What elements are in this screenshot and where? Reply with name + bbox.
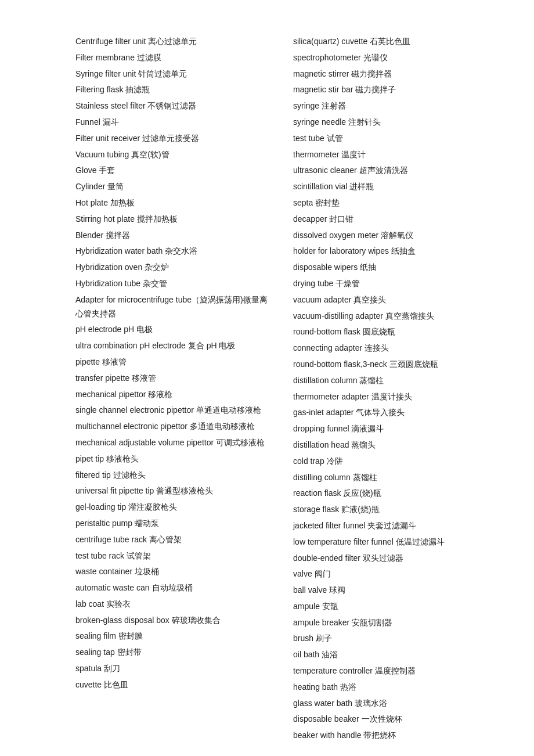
list-item: mechanical adjustable volume pipettor 可调…	[75, 436, 270, 450]
list-item: heating bath 热浴	[293, 681, 488, 694]
list-item: Vacuum tubing 真空(软)管	[75, 148, 270, 162]
list-item: pH electrode pH 电极	[75, 323, 270, 337]
main-content: Centrifuge filter unit 离心过滤单元Filter memb…	[75, 35, 488, 743]
list-item: Filter membrane 过滤膜	[75, 51, 270, 65]
list-item: test tube rack 试管架	[75, 549, 270, 563]
list-item: dropping funnel 滴液漏斗	[293, 422, 488, 436]
list-item: storage flask 贮液(烧)瓶	[293, 503, 488, 517]
list-item: sealing film 密封膜	[75, 629, 270, 643]
list-item: transfer pipette 移液管	[75, 372, 270, 386]
list-item: magnetic stir bar 磁力搅拌子	[293, 83, 488, 97]
list-item: ultra combination pH electrode 复合 pH 电极	[75, 339, 270, 353]
list-item: Syringe filter unit 针筒过滤单元	[75, 67, 270, 81]
list-item: ball valve 球阀	[293, 584, 488, 597]
list-item: cuvette 比色皿	[75, 678, 270, 692]
list-item: Filtering flask 抽滤瓶	[75, 83, 270, 97]
list-item: Hybridization water bath 杂交水浴	[75, 244, 270, 258]
list-item: round-bottom flask,3-neck 三颈圆底烧瓶	[293, 358, 488, 372]
list-item: vacuum adapter 真空接头	[293, 293, 488, 307]
list-item: universal fit pipette tip 普通型移液枪头	[75, 484, 270, 498]
list-item: glass water bath 玻璃水浴	[293, 697, 488, 711]
list-item: Hot plate 加热板	[75, 196, 270, 210]
list-item: sealing tap 密封带	[75, 646, 270, 660]
list-item: waste container 垃圾桶	[75, 565, 270, 579]
list-item: test tube 试管	[293, 132, 488, 146]
list-item: ampule breaker 安瓿切割器	[293, 616, 488, 630]
list-item: peristaltic pump 蠕动泵	[75, 517, 270, 531]
list-item: thermometer adapter 温度计接头	[293, 390, 488, 404]
list-item: spectrophotometer 光谱仪	[293, 51, 488, 65]
list-item: gel-loading tip 灌注凝胶枪头	[75, 501, 270, 514]
list-item: valve 阀门	[293, 567, 488, 581]
list-item: beaker with handle 带把烧杯	[293, 729, 488, 743]
list-item: Adapter for microcentrifuge tube（旋涡振荡用)微…	[75, 293, 270, 321]
list-item: Cylinder 量筒	[75, 180, 270, 194]
list-item: Stainless steel filter 不锈钢过滤器	[75, 99, 270, 113]
list-item: filtered tip 过滤枪头	[75, 469, 270, 483]
list-item: Glove 手套	[75, 164, 270, 178]
list-item: jacketed filter funnel 夹套过滤漏斗	[293, 519, 488, 533]
list-item: Blender 搅拌器	[75, 229, 270, 243]
list-item: decapper 封口钳	[293, 213, 488, 226]
list-item: disposable beaker 一次性烧杯	[293, 712, 488, 726]
list-item: centrifuge tube rack 离心管架	[75, 533, 270, 547]
list-item: Filter unit receiver 过滤单元接受器	[75, 132, 270, 146]
list-item: oil bath 油浴	[293, 648, 488, 662]
list-item: spatula 刮刀	[75, 662, 270, 676]
list-item: Centrifuge filter unit 离心过滤单元	[75, 35, 270, 49]
list-item: single channel electronic pipettor 单通道电动…	[75, 404, 270, 417]
list-item: Hybridization tube 杂交管	[75, 277, 270, 291]
list-item: Stirring hot plate 搅拌加热板	[75, 213, 270, 226]
list-item: vacuum-distilling adapter 真空蒸馏接头	[293, 309, 488, 323]
list-item: thermometer 温度计	[293, 148, 488, 162]
list-item: lab coat 实验衣	[75, 597, 270, 611]
list-item: Hybridization oven 杂交炉	[75, 261, 270, 275]
list-item: dissolved oxygen meter 溶解氧仪	[293, 229, 488, 243]
list-item: silica(quartz) cuvette 石英比色皿	[293, 35, 488, 49]
list-item: holder for laboratory wipes 纸抽盒	[293, 244, 488, 258]
left-column: Centrifuge filter unit 离心过滤单元Filter memb…	[75, 35, 270, 743]
list-item: reaction flask 反应(烧)瓶	[293, 487, 488, 501]
list-item: disposable wipers 纸抽	[293, 261, 488, 275]
list-item: mechanical pipettor 移液枪	[75, 388, 270, 402]
list-item: distilling column 蒸馏柱	[293, 471, 488, 485]
list-item: ultrasonic cleaner 超声波清洗器	[293, 164, 488, 178]
list-item: gas-inlet adapter 气体导入接头	[293, 406, 488, 420]
list-item: pipet tip 移液枪头	[75, 452, 270, 466]
list-item: low temperature filter funnel 低温过滤漏斗	[293, 535, 488, 549]
list-item: round-bottom flask 圆底烧瓶	[293, 325, 488, 339]
right-column: silica(quartz) cuvette 石英比色皿spectrophoto…	[293, 35, 488, 743]
list-item: connecting adapter 连接头	[293, 341, 488, 355]
list-item: cold trap 冷阱	[293, 455, 488, 469]
list-item: scintillation vial 进样瓶	[293, 180, 488, 194]
list-item: distillation head 蒸馏头	[293, 438, 488, 452]
list-item: drying tube 干燥管	[293, 277, 488, 291]
list-item: automatic waste can 自动垃圾桶	[75, 581, 270, 595]
list-item: double-ended filter 双头过滤器	[293, 552, 488, 566]
list-item: syringe needle 注射针头	[293, 116, 488, 129]
list-item: temperature controller 温度控制器	[293, 664, 488, 678]
list-item: syringe 注射器	[293, 99, 488, 113]
list-item: Funnel 漏斗	[75, 116, 270, 129]
list-item: broken-glass disposal box 碎玻璃收集合	[75, 614, 270, 628]
list-item: ampule 安瓿	[293, 600, 488, 614]
list-item: magnetic stirrer 磁力搅拌器	[293, 67, 488, 81]
list-item: septa 密封垫	[293, 196, 488, 210]
list-item: multichannel electronic pipettor 多通道电动移液…	[75, 420, 270, 434]
list-item: pipette 移液管	[75, 355, 270, 369]
list-item: distillation column 蒸馏柱	[293, 374, 488, 388]
list-item: brush 刷子	[293, 632, 488, 646]
